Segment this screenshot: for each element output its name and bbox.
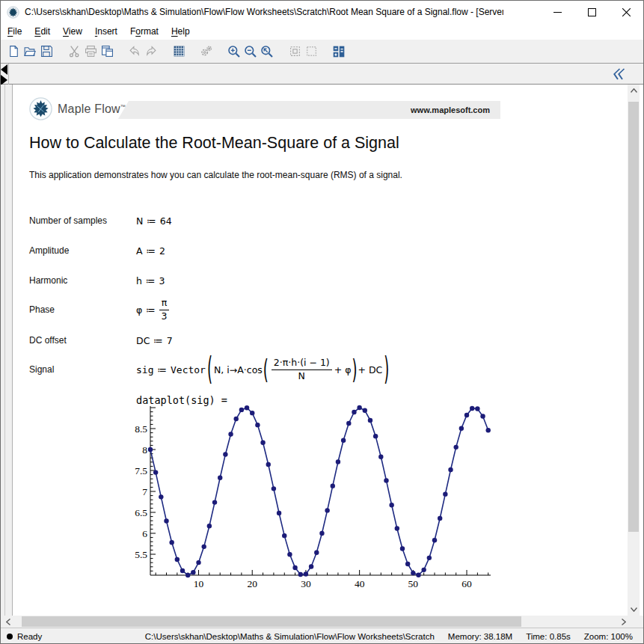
document-intro[interactable]: This application demonstrates how you ca… — [29, 170, 402, 180]
scroll-left-icon[interactable] — [2, 616, 14, 628]
zoom-out-icon[interactable] — [242, 43, 259, 61]
left-margin-strip — [1, 85, 13, 616]
svg-text:50: 50 — [408, 578, 419, 589]
brand-banner: www.maplesoft.com — [118, 101, 500, 119]
maple-flow-window: C:\Users\skhan\Desktop\Maths & Simulatio… — [0, 0, 644, 644]
svg-text:6: 6 — [142, 528, 147, 539]
param-label[interactable]: Amplitude — [29, 245, 136, 256]
close-button[interactable] — [609, 1, 643, 23]
minimize-button[interactable] — [540, 1, 574, 23]
zoom-fit-icon[interactable] — [259, 43, 275, 61]
margin-marker-left-icon[interactable] — [1, 64, 7, 75]
menu-insert[interactable]: Insert — [95, 26, 117, 37]
menu-view[interactable]: View — [63, 26, 82, 37]
select-all-icon[interactable] — [303, 43, 319, 61]
param-row-amplitude: Amplitude A≔2 — [29, 234, 165, 267]
collapse-panel-icon[interactable] — [612, 67, 627, 82]
title-bar: C:\Users\skhan\Desktop\Maths & Simulatio… — [1, 1, 643, 23]
status-zoom: Zoom: 100% — [584, 632, 633, 641]
signal-expression[interactable]: sig≔Vector ( N, i→A·cos ( 2·π·h·(i − 1)N… — [136, 358, 390, 381]
status-bar: Ready C:\Users\skhan\Desktop\Maths & Sim… — [1, 628, 643, 644]
worksheet-page: www.maplesoft.com Maple Flow™ How to Cal… — [13, 85, 628, 616]
vertical-scroll-thumb[interactable] — [628, 102, 639, 532]
toolbar — [1, 40, 643, 64]
maximize-button[interactable] — [574, 1, 609, 23]
app-icon — [7, 6, 19, 19]
website-link[interactable]: www.maplesoft.com — [411, 105, 490, 114]
svg-text:6.5: 6.5 — [135, 507, 147, 518]
select-icon[interactable] — [286, 43, 303, 61]
scrollbar-corner — [631, 616, 644, 628]
svg-text:60: 60 — [461, 578, 472, 589]
document-heading[interactable]: How to Calculate the Root-Mean-Square of… — [29, 134, 399, 153]
save-icon[interactable] — [38, 43, 55, 61]
math-expression[interactable]: N≔64 — [136, 215, 172, 227]
menu-edit[interactable]: Edit — [34, 26, 50, 37]
param-row-signal: Signal sig≔Vector ( N, i→A·cos ( 2·π·h·(… — [29, 349, 390, 390]
horizontal-scroll-thumb[interactable] — [22, 616, 521, 627]
status-path: C:\Users\skhan\Desktop\Maths & Simulatio… — [145, 632, 435, 641]
svg-text:10: 10 — [194, 578, 204, 589]
svg-text:7: 7 — [142, 486, 147, 497]
param-label[interactable]: Number of samples — [29, 215, 136, 226]
horizontal-scrollbar[interactable] — [1, 616, 631, 628]
panel-bar — [1, 64, 643, 85]
menu-file[interactable]: File — [7, 26, 22, 37]
scroll-down-icon[interactable] — [628, 604, 640, 616]
math-expression[interactable]: A≔2 — [136, 245, 165, 257]
evaluate-icon[interactable] — [198, 43, 215, 61]
param-label[interactable]: Phase — [29, 304, 136, 315]
svg-text:20: 20 — [247, 578, 257, 589]
vertical-scrollbar[interactable] — [628, 85, 640, 616]
status-memory: Memory: 38.18M — [448, 632, 512, 641]
param-row-phase: Phase φ≔ π3 — [29, 292, 169, 328]
grid-icon[interactable] — [171, 43, 187, 61]
scroll-right-icon[interactable] — [618, 616, 630, 628]
math-expression[interactable]: φ≔ π3 — [136, 298, 169, 322]
print-icon[interactable] — [82, 43, 99, 61]
maple-flow-logo-icon — [29, 97, 52, 120]
status-indicator-icon — [7, 634, 13, 640]
math-expression[interactable]: DC≔7 — [136, 335, 173, 346]
svg-text:8.5: 8.5 — [135, 423, 147, 435]
param-label[interactable]: DC offset — [29, 335, 136, 346]
redo-icon[interactable] — [143, 43, 159, 61]
paste-icon[interactable] — [99, 43, 115, 61]
brand-name: Maple Flow™ — [58, 102, 126, 116]
menu-help[interactable]: Help — [171, 26, 190, 37]
zoom-in-icon[interactable] — [226, 43, 242, 61]
math-expression[interactable]: h≔3 — [136, 275, 165, 286]
cut-icon[interactable] — [66, 43, 82, 61]
svg-text:5.5: 5.5 — [135, 549, 147, 560]
panel-divider — [8, 64, 9, 85]
menu-bar: File Edit View Insert Format Help — [1, 23, 643, 40]
status-time: Time: 0.85s — [526, 632, 571, 641]
workspace: www.maplesoft.com Maple Flow™ How to Cal… — [1, 85, 643, 616]
new-icon[interactable] — [5, 43, 22, 61]
svg-text:7.5: 7.5 — [135, 465, 147, 476]
margin-marker-right-icon[interactable] — [1, 75, 7, 85]
svg-text:8: 8 — [142, 444, 147, 456]
param-label[interactable]: Signal — [29, 364, 136, 375]
param-label[interactable]: Harmonic — [29, 275, 136, 286]
matrix-icon[interactable] — [331, 43, 347, 61]
window-title: C:\Users\skhan\Desktop\Maths & Simulatio… — [25, 7, 503, 17]
scroll-up-icon[interactable] — [628, 85, 640, 96]
menu-format[interactable]: Format — [130, 26, 159, 37]
param-row-samples: Number of samples N≔64 — [29, 204, 172, 237]
svg-text:40: 40 — [355, 578, 365, 589]
signal-plot: 1020304050605.566.577.588.5 — [129, 405, 503, 593]
open-icon[interactable] — [22, 43, 38, 61]
status-text: Ready — [17, 632, 42, 641]
svg-text:30: 30 — [301, 578, 311, 589]
undo-icon[interactable] — [126, 43, 143, 61]
